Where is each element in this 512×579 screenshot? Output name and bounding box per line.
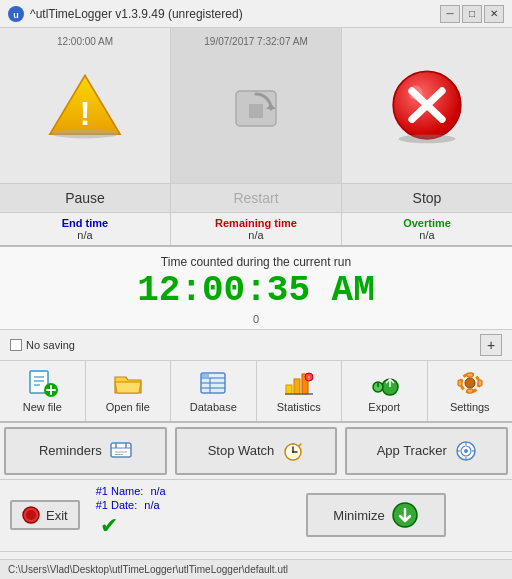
minimize-window-btn[interactable]: ─: [440, 5, 460, 23]
name1-line: #1 Name: n/a: [92, 485, 166, 497]
database-icon: [197, 369, 229, 397]
restart-button[interactable]: 19/07/2017 7:32:07 AM Restart: [171, 28, 342, 212]
overtime-value: n/a: [342, 229, 512, 241]
statistics-label: Statistics: [277, 401, 321, 413]
svg-text:!: !: [308, 375, 310, 381]
new-file-icon: [26, 369, 58, 397]
remaining-time-cell: Remaining time n/a: [171, 213, 342, 245]
svg-rect-39: [458, 380, 462, 386]
stop-icon-area: [342, 28, 512, 183]
reminders-button[interactable]: Reminders: [4, 427, 167, 475]
svg-rect-37: [467, 373, 473, 377]
restart-icon: [221, 76, 291, 136]
status-path: C:\Users\Vlad\Desktop\utlTimeLogger\utlT…: [8, 564, 288, 575]
no-saving-checkbox[interactable]: [10, 339, 22, 351]
restart-label: Restart: [171, 183, 341, 212]
app-icon: u: [8, 6, 24, 22]
statistics-icon: !: [283, 369, 315, 397]
settings-label: Settings: [450, 401, 490, 413]
no-saving-left: No saving: [10, 339, 75, 351]
svg-rect-24: [202, 374, 209, 377]
toolbar-row: New file Open file: [0, 360, 512, 423]
end-time-label: End time: [0, 217, 170, 229]
timer-sub: 0: [0, 313, 512, 325]
timer-display: 12:00:35 AM: [0, 271, 512, 311]
reminders-label: Reminders: [39, 443, 102, 458]
overtime-cell: Overtime n/a: [342, 213, 512, 245]
name1-label: #1 Name:: [96, 485, 144, 497]
date1-value: n/a: [144, 499, 159, 511]
svg-rect-25: [286, 385, 292, 394]
stop-watch-label: Stop Watch: [208, 443, 275, 458]
svg-text:!: !: [79, 95, 90, 132]
svg-point-53: [292, 443, 294, 445]
checkmark-icon: ✔: [100, 513, 118, 539]
stop-label: Stop: [342, 183, 512, 212]
settings-icon: [454, 369, 486, 397]
pause-icon-area: !: [0, 28, 170, 183]
date1-label: #1 Date:: [96, 499, 138, 511]
export-button[interactable]: Export: [342, 361, 428, 421]
exit-button[interactable]: Exit: [10, 500, 80, 530]
export-label: Export: [368, 401, 400, 413]
stop-watch-button[interactable]: Stop Watch: [175, 427, 338, 475]
exit-label: Exit: [46, 508, 68, 523]
info-row: End time n/a Remaining time n/a Overtime…: [0, 213, 512, 247]
end-time-value: n/a: [0, 229, 170, 241]
svg-rect-38: [467, 389, 473, 393]
pause-timestamp: 12:00:00 AM: [57, 36, 113, 47]
open-file-icon: [112, 369, 144, 397]
minimize-button[interactable]: Minimize: [306, 493, 446, 537]
app-tracker-icon: [455, 440, 477, 462]
checkmark-area: ✔: [92, 513, 166, 545]
timer-section: Time counted during the current run 12:0…: [0, 247, 512, 330]
minimize-label: Minimize: [333, 508, 384, 523]
no-saving-row: No saving +: [0, 330, 512, 360]
bottom-left-area: Exit #1 Name: n/a #1 Date: n/a ✔: [0, 480, 240, 551]
stop-button[interactable]: Stop: [342, 28, 512, 212]
app-tracker-label: App Tracker: [377, 443, 447, 458]
overtime-label: Overtime: [342, 217, 512, 229]
svg-rect-40: [478, 380, 482, 386]
status-bar: C:\Users\Vlad\Desktop\utlTimeLogger\utlT…: [0, 559, 512, 579]
svg-text:u: u: [13, 10, 19, 20]
svg-point-11: [399, 134, 456, 143]
end-time-cell: End time n/a: [0, 213, 171, 245]
bottom-info: #1 Name: n/a #1 Date: n/a ✔: [92, 485, 166, 545]
warning-triangle-icon: !: [45, 71, 125, 141]
new-file-button[interactable]: New file: [0, 361, 86, 421]
svg-point-60: [464, 449, 468, 453]
app-title: ^utlTimeLogger v1.3.9.49 (unregistered): [30, 7, 243, 21]
pause-button[interactable]: 12:00:00 AM ! Pause: [0, 28, 171, 212]
remaining-time-value: n/a: [171, 229, 341, 241]
exit-stop-icon: [22, 506, 40, 524]
action-row: Reminders Stop Watch: [0, 423, 512, 480]
database-label: Database: [190, 401, 237, 413]
top-buttons-row: 12:00:00 AM ! Pause: [0, 28, 512, 213]
bottom-row: Exit #1 Name: n/a #1 Date: n/a ✔ Minimiz…: [0, 480, 512, 552]
svg-rect-26: [294, 379, 300, 394]
svg-point-35: [465, 378, 475, 388]
minimize-download-icon: [391, 501, 419, 529]
statistics-button[interactable]: ! Statistics: [257, 361, 343, 421]
settings-button[interactable]: Settings: [428, 361, 513, 421]
pause-label: Pause: [0, 183, 170, 212]
database-button[interactable]: Database: [171, 361, 257, 421]
open-file-label: Open file: [106, 401, 150, 413]
main-content: 12:00:00 AM ! Pause: [0, 28, 512, 559]
maximize-window-btn[interactable]: □: [462, 5, 482, 23]
plus-button[interactable]: +: [480, 334, 502, 356]
stopwatch-icon: [282, 440, 304, 462]
export-icon: [368, 369, 400, 397]
svg-point-4: [52, 129, 119, 138]
open-file-button[interactable]: Open file: [86, 361, 172, 421]
close-window-btn[interactable]: ✕: [484, 5, 504, 23]
new-file-label: New file: [23, 401, 62, 413]
restart-icon-area: [171, 28, 341, 183]
svg-point-51: [292, 451, 294, 453]
no-saving-label: No saving: [26, 339, 75, 351]
title-bar: u ^utlTimeLogger v1.3.9.49 (unregistered…: [0, 0, 512, 28]
reminders-icon: [110, 441, 132, 461]
svg-point-62: [26, 510, 36, 520]
app-tracker-button[interactable]: App Tracker: [345, 427, 508, 475]
